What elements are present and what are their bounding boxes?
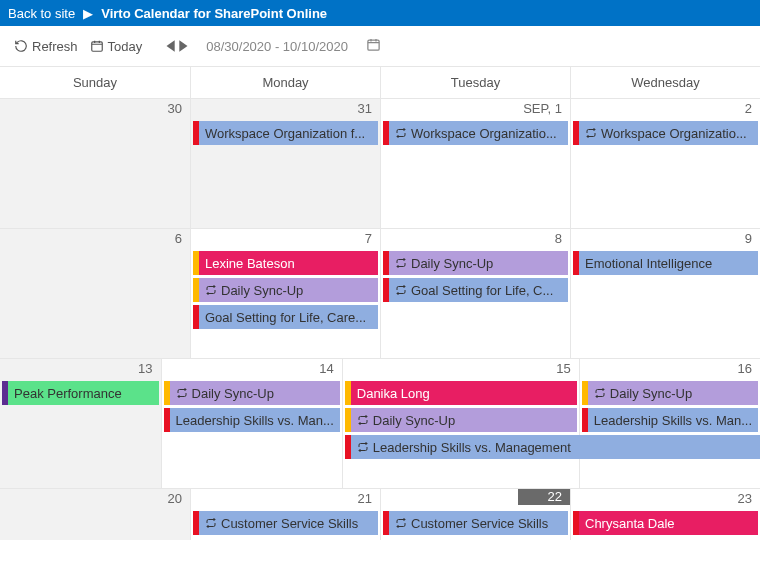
calendar-event[interactable]: Emotional Intelligence	[573, 251, 758, 275]
calendar-event[interactable]: Peak Performance	[2, 381, 159, 405]
event-label: Danika Long	[357, 386, 430, 401]
calendar-week: 6 7 Lexine Bateson Daily Sync-Up Goal Se…	[0, 228, 760, 358]
event-label: Daily Sync-Up	[373, 413, 455, 428]
calendar-week: 20 21 Customer Service Skills 22 Custome…	[0, 488, 760, 540]
events-container: Emotional Intelligence	[571, 251, 760, 279]
day-number: 30	[168, 101, 182, 116]
today-button[interactable]: Today	[90, 39, 143, 54]
day-number: SEP, 1	[523, 101, 562, 116]
day-header: Wednesday	[570, 67, 760, 98]
events-container: Daily Sync-Up Goal Setting for Life, C..…	[381, 251, 570, 306]
calendar-event[interactable]: Chrysanta Dale	[573, 511, 758, 535]
calendar-day-cell[interactable]: 31 Workspace Organization f...	[190, 98, 380, 228]
calendar-day-cell[interactable]: 13 Peak Performance	[0, 358, 161, 488]
toolbar: Refresh Today 08/30/2020 - 10/10/2020	[0, 26, 760, 66]
chevron-right-icon: ▶	[83, 6, 93, 21]
event-body: Daily Sync-Up	[588, 381, 758, 405]
event-label: Emotional Intelligence	[585, 256, 712, 271]
calendar-event[interactable]: Daily Sync-Up	[193, 278, 378, 302]
calendar-event[interactable]: Daily Sync-Up	[383, 251, 568, 275]
events-container	[0, 511, 190, 515]
event-body: Workspace Organization f...	[199, 121, 378, 145]
events-container: Daily Sync-Up Leadership Skills vs. Man.…	[580, 381, 760, 436]
day-headers-row: SundayMondayTuesdayWednesday	[0, 66, 760, 98]
next-arrow-icon[interactable]	[178, 39, 190, 53]
calendar-day-cell[interactable]: 2 Workspace Organizatio...	[570, 98, 760, 228]
prev-arrow-icon[interactable]	[164, 39, 176, 53]
calendar-day-cell[interactable]: 7 Lexine Bateson Daily Sync-Up Goal Sett…	[190, 228, 380, 358]
calendar-today-icon	[90, 39, 104, 53]
calendar-week: 30 31 Workspace Organization f... SEP, 1…	[0, 98, 760, 228]
calendar-event[interactable]: Customer Service Skills	[193, 511, 378, 535]
event-label: Leadership Skills vs. Man...	[594, 413, 752, 428]
calendar-day-cell[interactable]: 15 Danika Long Daily Sync-Up Leadership …	[342, 358, 579, 488]
event-label: Leadership Skills vs. Man...	[176, 413, 334, 428]
event-label: Goal Setting for Life, C...	[411, 283, 553, 298]
day-number: 15	[556, 361, 570, 376]
day-number: 20	[168, 491, 182, 506]
events-container	[0, 121, 190, 125]
calendar-day-cell[interactable]: 30	[0, 98, 190, 228]
back-to-site-link[interactable]: Back to site	[8, 6, 75, 21]
event-body: Goal Setting for Life, C...	[389, 278, 568, 302]
calendar-event[interactable]: Workspace Organizatio...	[573, 121, 758, 145]
event-body: Emotional Intelligence	[579, 251, 758, 275]
calendar-day-cell[interactable]: 22 Customer Service Skills	[380, 488, 570, 540]
calendar-event[interactable]: Goal Setting for Life, C...	[383, 278, 568, 302]
date-picker-button[interactable]	[366, 37, 381, 55]
event-label: Daily Sync-Up	[221, 283, 303, 298]
refresh-label: Refresh	[32, 39, 78, 54]
event-label: Peak Performance	[14, 386, 122, 401]
calendar-day-cell[interactable]: 23 Chrysanta Dale	[570, 488, 760, 540]
event-label: Daily Sync-Up	[411, 256, 493, 271]
calendar-event[interactable]: Leadership Skills vs. Man...	[582, 408, 758, 432]
calendar-day-cell[interactable]: 9 Emotional Intelligence	[570, 228, 760, 358]
calendar-day-cell[interactable]: SEP, 1 Workspace Organizatio...	[380, 98, 570, 228]
svg-rect-1	[368, 40, 379, 50]
calendar-event[interactable]: Workspace Organization f...	[193, 121, 378, 145]
calendar-event[interactable]: Workspace Organizatio...	[383, 121, 568, 145]
calendar-day-cell[interactable]: 6	[0, 228, 190, 358]
events-container: Workspace Organizatio...	[571, 121, 760, 149]
calendar-week: 13 Peak Performance 14 Daily Sync-Up Lea…	[0, 358, 760, 488]
event-label: Customer Service Skills	[411, 516, 548, 531]
calendar-day-cell[interactable]: 16 Daily Sync-Up Leadership Skills vs. M…	[579, 358, 760, 488]
events-container: Workspace Organization f...	[191, 121, 380, 149]
refresh-button[interactable]: Refresh	[14, 39, 78, 54]
calendar-event[interactable]: Leadership Skills vs. Man...	[164, 408, 340, 432]
event-body: Goal Setting for Life, Care...	[199, 305, 378, 329]
calendar-event[interactable]: Daily Sync-Up	[582, 381, 758, 405]
event-body: Leadership Skills vs. Management	[351, 435, 760, 459]
calendar-event[interactable]: Leadership Skills vs. Management	[345, 435, 760, 459]
calendar-event[interactable]: Danika Long	[345, 381, 577, 405]
event-body: Chrysanta Dale	[579, 511, 758, 535]
calendar-day-cell[interactable]: 21 Customer Service Skills	[190, 488, 380, 540]
event-body: Customer Service Skills	[199, 511, 378, 535]
day-number: 31	[358, 101, 372, 116]
event-label: Daily Sync-Up	[192, 386, 274, 401]
calendar-event[interactable]: Daily Sync-Up	[164, 381, 340, 405]
calendar-day-cell[interactable]: 8 Daily Sync-Up Goal Setting for Life, C…	[380, 228, 570, 358]
calendar-icon	[366, 37, 381, 52]
events-container: Daily Sync-Up Leadership Skills vs. Man.…	[162, 381, 342, 436]
event-label: Goal Setting for Life, Care...	[205, 310, 366, 325]
event-body: Workspace Organizatio...	[389, 121, 568, 145]
events-container	[0, 251, 190, 255]
event-body: Daily Sync-Up	[389, 251, 568, 275]
calendar-day-cell[interactable]: 14 Daily Sync-Up Leadership Skills vs. M…	[161, 358, 342, 488]
day-number: 21	[358, 491, 372, 506]
calendar-event[interactable]: Lexine Bateson	[193, 251, 378, 275]
day-number: 22	[518, 489, 570, 505]
event-label: Leadership Skills vs. Management	[373, 440, 571, 455]
day-header: Sunday	[0, 67, 190, 98]
events-container: Workspace Organizatio...	[381, 121, 570, 149]
event-body: Leadership Skills vs. Man...	[588, 408, 758, 432]
calendar-event[interactable]: Customer Service Skills	[383, 511, 568, 535]
calendar-event[interactable]: Goal Setting for Life, Care...	[193, 305, 378, 329]
calendar-day-cell[interactable]: 20	[0, 488, 190, 540]
refresh-icon	[14, 39, 28, 53]
calendar-event[interactable]: Daily Sync-Up	[345, 408, 577, 432]
day-number: 14	[319, 361, 333, 376]
day-number: 9	[745, 231, 752, 246]
event-label: Workspace Organizatio...	[411, 126, 557, 141]
